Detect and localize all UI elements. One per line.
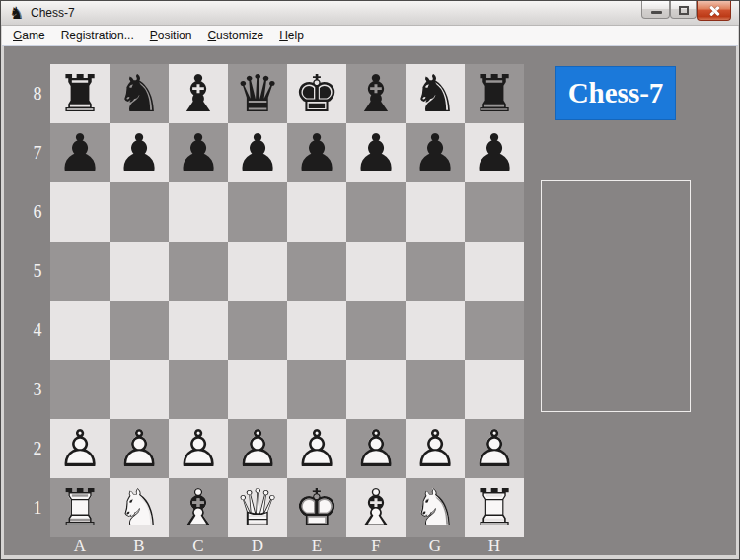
square-f5[interactable] bbox=[346, 242, 406, 301]
piece-black-bishop: ♝ bbox=[169, 64, 228, 123]
square-a8[interactable]: ♜ bbox=[50, 64, 110, 123]
piece-white-pawn: ♙ bbox=[287, 419, 346, 478]
piece-white-pawn: ♙ bbox=[50, 419, 110, 478]
rank-label-6: 6 bbox=[28, 182, 47, 242]
square-b1[interactable]: ♞♘ bbox=[110, 478, 169, 537]
square-e7[interactable]: ♟ bbox=[287, 123, 346, 182]
piece-white-knight: ♘ bbox=[406, 478, 465, 537]
square-f1[interactable]: ♝♗ bbox=[346, 478, 406, 537]
square-f8[interactable]: ♝ bbox=[346, 64, 406, 123]
window-controls bbox=[641, 1, 731, 21]
square-e8[interactable]: ♚ bbox=[287, 64, 346, 123]
menu-item-position[interactable]: Position bbox=[142, 26, 200, 45]
square-c6[interactable] bbox=[169, 182, 228, 242]
rank-label-7: 7 bbox=[28, 123, 47, 182]
square-a3[interactable] bbox=[50, 360, 110, 419]
square-b3[interactable] bbox=[110, 360, 169, 419]
minimize-icon bbox=[651, 11, 662, 14]
square-f2[interactable]: ♟♙ bbox=[346, 419, 406, 478]
square-d4[interactable] bbox=[228, 301, 287, 360]
square-c3[interactable] bbox=[169, 360, 228, 419]
square-a1[interactable]: ♜♖ bbox=[50, 478, 110, 537]
square-h3[interactable] bbox=[465, 360, 524, 419]
piece-white-pawn: ♙ bbox=[465, 419, 524, 478]
square-d7[interactable]: ♟ bbox=[228, 123, 287, 182]
chess7-logo-badge: Chess-7 bbox=[555, 66, 676, 120]
square-h6[interactable] bbox=[465, 182, 524, 242]
square-h2[interactable]: ♟♙ bbox=[465, 419, 524, 478]
piece-black-queen: ♛ bbox=[228, 64, 287, 123]
menu-item-help[interactable]: Help bbox=[271, 26, 312, 45]
square-d1[interactable]: ♛♕ bbox=[228, 478, 287, 537]
piece-white-queen: ♕ bbox=[228, 478, 287, 537]
square-c4[interactable] bbox=[169, 301, 228, 360]
piece-black-pawn: ♟ bbox=[50, 123, 110, 182]
square-f6[interactable] bbox=[346, 182, 406, 242]
piece-black-king: ♚ bbox=[287, 64, 346, 123]
square-d8[interactable]: ♛ bbox=[228, 64, 287, 123]
file-label-g: G bbox=[406, 537, 465, 554]
piece-white-rook: ♖ bbox=[50, 478, 110, 537]
square-f4[interactable] bbox=[346, 301, 406, 360]
square-d2[interactable]: ♟♙ bbox=[228, 419, 287, 478]
square-f3[interactable] bbox=[346, 360, 406, 419]
square-a7[interactable]: ♟ bbox=[50, 123, 110, 182]
square-d5[interactable] bbox=[228, 242, 287, 301]
square-e5[interactable] bbox=[287, 242, 346, 301]
square-b2[interactable]: ♟♙ bbox=[110, 419, 169, 478]
menu-item-registration[interactable]: Registration... bbox=[53, 26, 142, 45]
file-label-h: H bbox=[465, 537, 524, 554]
square-c1[interactable]: ♝♗ bbox=[169, 478, 228, 537]
knight-app-icon: ♞ bbox=[9, 4, 24, 22]
square-b5[interactable] bbox=[110, 242, 169, 301]
square-c8[interactable]: ♝ bbox=[169, 64, 228, 123]
square-a4[interactable] bbox=[50, 301, 110, 360]
menu-item-game[interactable]: Game bbox=[5, 26, 53, 45]
square-e3[interactable] bbox=[287, 360, 346, 419]
square-h7[interactable]: ♟ bbox=[465, 123, 524, 182]
titlebar: ♞ Chess-7 bbox=[1, 1, 739, 26]
square-b7[interactable]: ♟ bbox=[110, 123, 169, 182]
square-c5[interactable] bbox=[169, 242, 228, 301]
square-b8[interactable]: ♞ bbox=[110, 64, 169, 123]
square-g2[interactable]: ♟♙ bbox=[406, 419, 465, 478]
square-f7[interactable]: ♟ bbox=[346, 123, 406, 182]
square-h5[interactable] bbox=[465, 242, 524, 301]
square-g8[interactable]: ♞ bbox=[406, 64, 465, 123]
rank-label-2: 2 bbox=[28, 419, 47, 478]
square-a6[interactable] bbox=[50, 182, 110, 242]
square-d6[interactable] bbox=[228, 182, 287, 242]
piece-black-knight: ♞ bbox=[110, 64, 169, 123]
file-label-a: A bbox=[50, 537, 110, 554]
piece-black-bishop: ♝ bbox=[346, 64, 406, 123]
square-c7[interactable]: ♟ bbox=[169, 123, 228, 182]
square-b4[interactable] bbox=[110, 301, 169, 360]
square-a5[interactable] bbox=[50, 242, 110, 301]
minimize-button[interactable] bbox=[641, 1, 670, 19]
piece-black-rook: ♜ bbox=[465, 64, 524, 123]
maximize-button[interactable] bbox=[670, 1, 697, 19]
square-g7[interactable]: ♟ bbox=[406, 123, 465, 182]
square-g1[interactable]: ♞♘ bbox=[406, 478, 465, 537]
square-h4[interactable] bbox=[465, 301, 524, 360]
square-d3[interactable] bbox=[228, 360, 287, 419]
square-g6[interactable] bbox=[406, 182, 465, 242]
square-g3[interactable] bbox=[406, 360, 465, 419]
square-h8[interactable]: ♜ bbox=[465, 64, 524, 123]
square-e1[interactable]: ♚♔ bbox=[287, 478, 346, 537]
square-a2[interactable]: ♟♙ bbox=[50, 419, 110, 478]
square-g4[interactable] bbox=[406, 301, 465, 360]
rank-label-5: 5 bbox=[28, 242, 47, 301]
close-button[interactable] bbox=[697, 1, 731, 21]
square-h1[interactable]: ♜♖ bbox=[465, 478, 524, 537]
square-e6[interactable] bbox=[287, 182, 346, 242]
square-c2[interactable]: ♟♙ bbox=[169, 419, 228, 478]
square-e2[interactable]: ♟♙ bbox=[287, 419, 346, 478]
app-window: ♞ Chess-7 GameRegistration...PositionCus… bbox=[0, 0, 740, 560]
square-b6[interactable] bbox=[110, 182, 169, 242]
square-e4[interactable] bbox=[287, 301, 346, 360]
piece-black-pawn: ♟ bbox=[110, 123, 169, 182]
square-g5[interactable] bbox=[406, 242, 465, 301]
file-label-c: C bbox=[169, 537, 228, 554]
menu-item-customize[interactable]: Customize bbox=[199, 26, 271, 45]
